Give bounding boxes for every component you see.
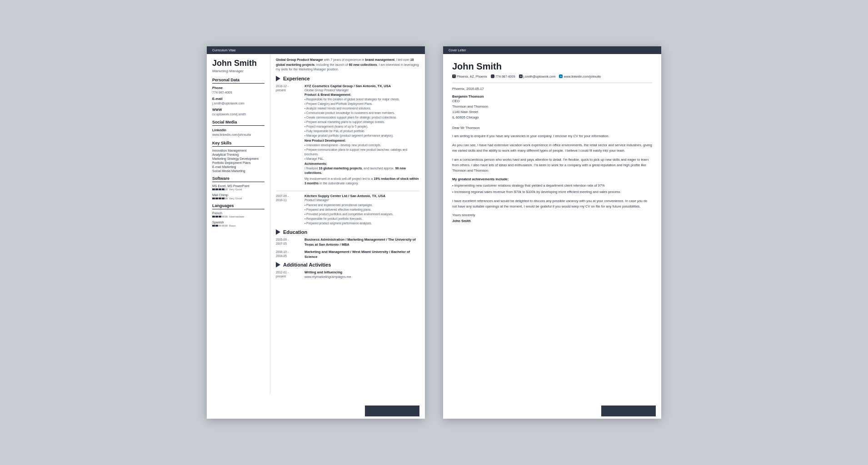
- cl-closing-paragraph: I have excellent references and would be…: [452, 198, 652, 209]
- cl-signature: John Smith: [452, 219, 652, 223]
- rating-dot-empty: [222, 216, 224, 218]
- exp-bullet: • Planned and implemented promotional ca…: [304, 203, 419, 207]
- rating-bar: Very Good: [212, 197, 264, 200]
- edu-content: Marketing and Management / West Miami Un…: [304, 250, 419, 259]
- exp-entry-1: 2010-12 -present XYZ Cosmetics Capital G…: [276, 84, 419, 187]
- exp-bullet: • Manage product portfolio (product segm…: [304, 134, 419, 138]
- cl-paragraph-2: As you can see, I have had extensive vac…: [452, 143, 652, 153]
- lang-item: Spanish Basic: [212, 221, 264, 227]
- cl-contact: 📍 Phoenix, AZ, Phoenix 📞 774-987-4009 ✉ …: [452, 74, 652, 78]
- www-label: WWW: [212, 108, 264, 112]
- cl-footer: [443, 403, 661, 419]
- exp-bullet: • Prepare communication plans to support…: [304, 148, 419, 156]
- skill-item: Social Media Marketing: [212, 169, 264, 173]
- rating-dot-empty: [225, 198, 228, 199]
- email-icon: ✉: [519, 74, 523, 78]
- experience-heading: Experience: [276, 76, 419, 81]
- exp-bullet: • Responsible for the creation of global…: [304, 97, 419, 101]
- linkedin-label: LinkedIn: [212, 128, 264, 132]
- location-icon: 📍: [452, 74, 456, 78]
- exp-dates: 2007-09 -2010-11: [276, 194, 301, 226]
- cl-recipient-city: IL 60605 Chicago: [452, 115, 652, 120]
- exp-achievement-text: My involvement in a stock sell-off proje…: [304, 177, 419, 186]
- arrow-icon: [276, 262, 280, 267]
- rating-dot: [215, 188, 218, 190]
- exp-achievement-text: I finalized 10 global marketing projects…: [304, 166, 419, 176]
- rating-dot: [215, 198, 218, 199]
- cv-main: Global Group Product Manager with 7 year…: [270, 54, 425, 395]
- rating-dot: [212, 198, 215, 199]
- exp-company: XYZ Cosmetics Capital Group / San Antoni…: [304, 84, 419, 88]
- languages-title: Languages: [212, 203, 264, 209]
- cl-recipient-title: CEO: [452, 99, 652, 104]
- lang-name: French: [212, 212, 264, 215]
- exp-bullet: • Prepared and delivered effective marke…: [304, 208, 419, 212]
- cl-recipient-address: 1140 Main Street: [452, 109, 652, 115]
- lang-item: French Intermediate: [212, 212, 264, 218]
- edu-dates: 2005-09 -2007-05: [276, 237, 301, 247]
- exp-bullet: • Prepared product segment performance a…: [304, 221, 419, 225]
- cl-name: John Smith: [452, 61, 652, 72]
- exp-content: XYZ Cosmetics Capital Group / San Antoni…: [304, 84, 419, 187]
- divider: [276, 191, 419, 191]
- skill-item: Innovation Management: [212, 149, 264, 152]
- rating-bar: Very Good: [212, 188, 264, 191]
- key-skills-list: Innovation Management Analytical Thinkin…: [212, 149, 264, 173]
- rating-dot: [219, 198, 221, 199]
- email-label: E-mail: [212, 97, 264, 101]
- lang-name: Spanish: [212, 221, 264, 224]
- exp-bullet: • Provided product portfolios and compet…: [304, 212, 419, 216]
- software-item: Mail Chimp Very Good: [212, 193, 264, 200]
- exp-company: Kitchen Supply Center Ltd / San Antonio,…: [304, 194, 419, 198]
- software-title: Software: [212, 176, 264, 182]
- skill-item: E-mail Marketing: [212, 165, 264, 168]
- cl-linkedin: in www.linkedin.com/johnutw: [559, 74, 601, 78]
- rating-dot: [219, 188, 221, 190]
- software-name: MS Excel, MS PowerPoint: [212, 184, 264, 188]
- cl-header-label: Cover Letter: [449, 49, 466, 52]
- cl-recipient-company: Thomson and Thomson: [452, 104, 652, 109]
- linkedin-icon: in: [559, 74, 563, 78]
- cv-body: John Smith Marketing Manager Personal Da…: [207, 54, 425, 395]
- cl-download-button[interactable]: [601, 406, 656, 416]
- cl-achievement-1: Implementing new customer relations stra…: [452, 183, 652, 188]
- cl-location-text: Phoenix, AZ, Phoenix: [457, 75, 487, 78]
- cl-paragraph-3: I am a conscientious person who works ha…: [452, 157, 652, 173]
- activity-title: Writing and Influencing: [304, 270, 419, 275]
- cv-footer: [207, 403, 425, 419]
- cv-download-button[interactable]: [365, 406, 419, 416]
- edu-content: Business Administration / Marketing Mana…: [304, 237, 419, 247]
- rating-dot: [212, 216, 215, 218]
- rating-dot-empty: [222, 225, 224, 227]
- cv-job-title: Marketing Manager: [212, 69, 264, 73]
- exp-job-title: Global Group Product Manager: [304, 89, 419, 92]
- rating-dot: [219, 216, 221, 218]
- education-title: Education: [283, 229, 307, 235]
- key-skills-title: Key Skills: [212, 141, 264, 147]
- cl-achievement-2: Increasing regional sales revenue from $…: [452, 189, 652, 195]
- social-media-title: Social Media: [212, 120, 264, 126]
- cl-linkedin-text: www.linkedin.com/johnutw: [564, 75, 601, 78]
- edu-entry-1: 2005-09 -2007-05 Business Administration…: [276, 237, 419, 247]
- activity-content: Writing and Influencing www.mymarketingc…: [304, 270, 419, 278]
- edu-title: Marketing and Management / West Miami Un…: [304, 250, 419, 259]
- rating-label: Intermediate: [229, 215, 244, 218]
- rating-label: Very Good: [229, 188, 242, 191]
- cv-name: John Smith: [212, 59, 264, 68]
- cv-header-bar: Curriculum Vitae: [207, 46, 425, 54]
- exp-subsection: New Product Development:: [304, 139, 419, 142]
- cv-header-label: Curriculum Vitae: [212, 49, 236, 52]
- exp-bullet: • Communicate product knowledge to custo…: [304, 111, 419, 115]
- rating-dot-empty: [225, 225, 228, 227]
- exp-bullet: • Prepare Category and Portfolio Deploym…: [304, 102, 419, 106]
- activity-dates: 2012-01 -present: [276, 270, 301, 278]
- documents-container: Curriculum Vitae John Smith Marketing Ma…: [207, 46, 661, 419]
- exp-bullet: • Fully responsible for P&L of product p…: [304, 129, 419, 133]
- cover-letter-document: Cover Letter John Smith 📍 Phoenix, AZ, P…: [443, 46, 661, 419]
- cl-sign-off: Yours sincerely: [452, 213, 652, 217]
- skill-item: Marketing Strategy Development: [212, 157, 264, 160]
- exp-bullet: • Prepare annual marketing plans to supp…: [304, 120, 419, 124]
- cl-recipient-name: Benjamin Thomson: [452, 94, 652, 99]
- cl-email: ✉ j.smith@uptowork.com: [519, 74, 556, 78]
- cl-achievements-title: My greatest achievements include:: [452, 177, 652, 181]
